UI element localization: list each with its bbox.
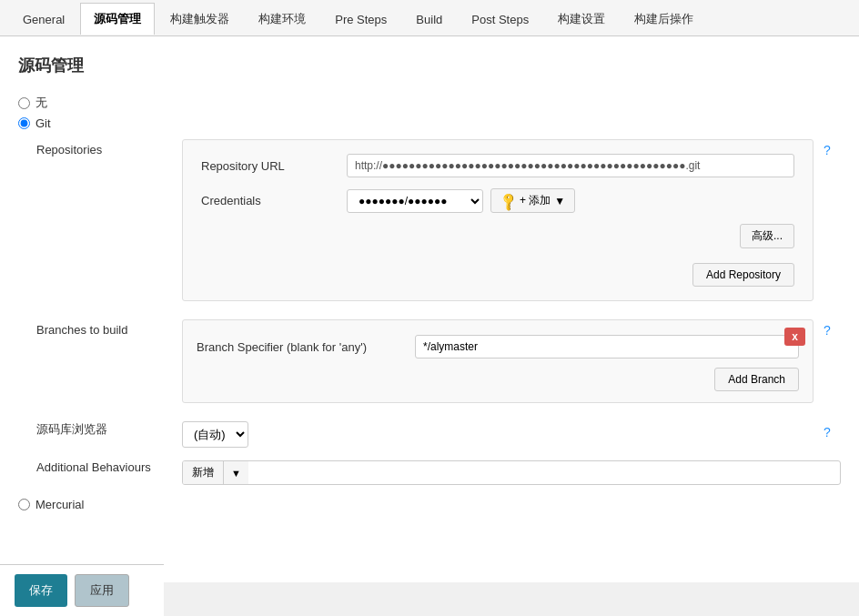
add-branch-action: Add Branch <box>197 368 799 391</box>
branch-specifier-label: Branch Specifier (blank for 'any') <box>197 340 415 354</box>
additional-behaviours-row: Additional Behaviours 新增 ▼ <box>36 460 841 485</box>
tab-构建触发器[interactable]: 构建触发器 <box>157 3 243 35</box>
advanced-button[interactable]: 高级... <box>740 224 794 248</box>
add-credentials-button[interactable]: 🔑 + 添加 ▼ <box>490 188 575 213</box>
new-behaviour-button[interactable]: 新增 <box>183 461 224 484</box>
credentials-select[interactable]: ●●●●●●●/●●●●●● <box>347 189 483 213</box>
help-icon[interactable]: ? <box>824 143 831 157</box>
repositories-row: Repositories Repository URL Credentials … <box>36 139 841 307</box>
add-cred-caret-icon: ▼ <box>554 195 565 207</box>
page-title: 源码管理 <box>18 55 841 76</box>
tabs-bar: General源码管理构建触发器构建环境Pre StepsBuildPost S… <box>0 0 859 36</box>
branches-help[interactable]: ? <box>814 319 841 338</box>
url-label: Repository URL <box>201 159 347 173</box>
tab-构建设置[interactable]: 构建设置 <box>544 3 619 35</box>
add-repo-action: Add Repository <box>201 263 794 287</box>
tab-源码管理[interactable]: 源码管理 <box>80 3 155 35</box>
source-browser-row: 源码库浏览器 (自动) ? <box>36 421 841 448</box>
source-browser-help[interactable]: ? <box>814 421 841 439</box>
repositories-content: Repository URL Credentials ●●●●●●●/●●●●●… <box>182 139 814 307</box>
branches-row: Branches to build x Branch Specifier (bl… <box>36 319 841 409</box>
branches-content: x Branch Specifier (blank for 'any') Add… <box>182 319 814 409</box>
radio-mercurial-input[interactable] <box>18 499 30 510</box>
additional-behaviours-label: Additional Behaviours <box>36 460 182 474</box>
key-icon: 🔑 <box>498 190 519 211</box>
remove-branch-button[interactable]: x <box>784 328 805 346</box>
branches-help-icon[interactable]: ? <box>824 323 831 338</box>
radio-git[interactable]: Git <box>18 116 841 130</box>
credentials-field-row: Credentials ●●●●●●●/●●●●●● 🔑 + 添加 ▼ <box>201 188 794 213</box>
add-cred-label: + 添加 <box>520 193 551 208</box>
add-branch-button[interactable]: Add Branch <box>714 368 799 391</box>
tab-general[interactable]: General <box>9 5 78 34</box>
source-browser-select-wrap: (自动) <box>182 421 814 448</box>
tab-构建环境[interactable]: 构建环境 <box>245 3 319 35</box>
radio-mercurial[interactable]: Mercurial <box>18 498 841 511</box>
git-section: Repositories Repository URL Credentials … <box>36 139 841 485</box>
caret-icon: ▼ <box>231 468 241 479</box>
repositories-block: Repository URL Credentials ●●●●●●●/●●●●●… <box>182 139 814 301</box>
repo-actions: 高级... <box>201 224 794 256</box>
branch-specifier-input[interactable] <box>415 335 799 358</box>
tab-构建后操作[interactable]: 构建后操作 <box>621 3 707 35</box>
radio-git-input[interactable] <box>18 117 30 129</box>
additional-behaviours-controls: 新增 ▼ <box>182 460 841 485</box>
radio-none[interactable]: 无 <box>18 95 841 111</box>
save-button[interactable]: 保存 <box>15 574 67 582</box>
tab-pre-steps[interactable]: Pre Steps <box>321 5 400 34</box>
source-browser-label: 源码库浏览器 <box>36 421 182 438</box>
repositories-label: Repositories <box>36 139 182 157</box>
branch-specifier-row: Branch Specifier (blank for 'any') <box>197 335 799 358</box>
source-browser-help-icon[interactable]: ? <box>824 425 831 439</box>
bottom-bar: 保存 应用 <box>0 564 164 582</box>
radio-mercurial-label: Mercurial <box>35 498 84 511</box>
repositories-help[interactable]: ? <box>814 139 841 157</box>
source-browser-select[interactable]: (自动) <box>182 421 248 448</box>
radio-none-input[interactable] <box>18 97 30 109</box>
tab-post-steps[interactable]: Post Steps <box>458 5 542 34</box>
radio-git-label: Git <box>35 116 51 130</box>
branches-label: Branches to build <box>36 319 182 337</box>
new-behaviour-caret-button[interactable]: ▼ <box>224 461 248 484</box>
apply-button[interactable]: 应用 <box>75 574 129 582</box>
credentials-controls: ●●●●●●●/●●●●●● 🔑 + 添加 ▼ <box>347 188 575 213</box>
page-content: 源码管理 无 Git Repositories Repository URL <box>0 36 859 582</box>
branch-block: x Branch Specifier (blank for 'any') Add… <box>182 319 814 403</box>
radio-none-label: 无 <box>35 95 47 111</box>
new-split-button: 新增 ▼ <box>182 460 841 485</box>
repository-url-input[interactable] <box>347 154 794 177</box>
url-field-row: Repository URL <box>201 154 794 177</box>
credentials-label: Credentials <box>201 194 347 207</box>
tab-build[interactable]: Build <box>402 5 456 34</box>
add-repository-button[interactable]: Add Repository <box>692 263 794 287</box>
